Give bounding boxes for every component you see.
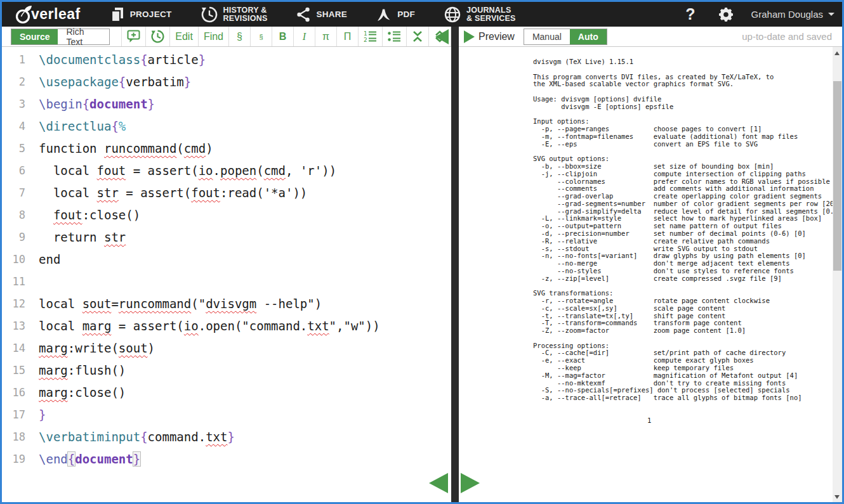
- code-line[interactable]: 12local sout=runcommand("dvisvgm --help"…: [2, 293, 451, 315]
- section-button[interactable]: §: [229, 27, 251, 46]
- settings-gear-button[interactable]: [718, 7, 734, 22]
- italic-button[interactable]: I: [294, 27, 315, 46]
- history-clock-icon: [151, 30, 164, 43]
- code-line[interactable]: 6 local fout = assert(io.popen(cmd, 'r')…: [2, 160, 451, 182]
- navbar-right: ? Graham Douglas: [685, 5, 834, 23]
- scroll-down-arrow-icon[interactable]: [834, 495, 840, 499]
- code-text: [31, 271, 39, 293]
- main-split: Source Rich Text: [2, 27, 842, 502]
- line-number: 9: [2, 226, 31, 249]
- numbered-list-button[interactable]: 1 2: [359, 27, 383, 46]
- code-line[interactable]: 4\directlua{%: [2, 115, 451, 138]
- code-text: local sout=runcommand("dvisvgm --help"): [31, 293, 322, 315]
- rich-text-mode-button[interactable]: Rich Text: [58, 29, 109, 44]
- line-number: 5: [2, 138, 31, 160]
- code-text: }: [31, 404, 46, 426]
- numbered-list-icon: 1 2: [364, 30, 377, 42]
- compile-mode-toggle: Manual Auto: [524, 29, 607, 45]
- line-number: 16: [2, 382, 31, 404]
- code-line[interactable]: 7 local str = assert(fout:read('*a')): [2, 182, 451, 204]
- user-menu[interactable]: Graham Douglas: [751, 9, 834, 20]
- recompile-play-icon[interactable]: [464, 30, 475, 43]
- code-line[interactable]: 18\verbatiminput{command.txt}: [2, 426, 451, 448]
- code-line[interactable]: 1\documentclass{article}: [2, 49, 451, 71]
- source-mode-button[interactable]: Source: [11, 29, 58, 44]
- journals-icon: [444, 6, 461, 23]
- pane-divider[interactable]: [451, 27, 459, 502]
- bullet-list-icon: [388, 30, 401, 42]
- code-text: local marg = assert(io.open("command.txt…: [31, 315, 380, 337]
- code-line[interactable]: 13local marg = assert(io.open("command.t…: [2, 315, 451, 337]
- editor-pane: Source Rich Text: [2, 27, 451, 502]
- overleaf-app: verleaf PROJECT HISTORY & REVISIONS: [0, 0, 844, 504]
- line-number: 14: [2, 337, 31, 359]
- nav-share[interactable]: SHARE: [296, 7, 347, 22]
- preview-pane: Preview Manual Auto up-to-date and saved…: [459, 27, 842, 502]
- pdf-page[interactable]: dvisvgm (TeX Live) 1.15.1 This program c…: [459, 47, 833, 502]
- code-line[interactable]: 14marg:write(sout): [2, 337, 451, 359]
- nav-project[interactable]: PROJECT: [110, 7, 172, 22]
- pdf-text: dvisvgm (TeX Live) 1.15.1 This program c…: [533, 58, 833, 402]
- help-button[interactable]: ?: [685, 5, 695, 23]
- project-icon: [110, 7, 124, 22]
- fold-code-button[interactable]: [407, 27, 429, 46]
- code-line[interactable]: 10end: [2, 249, 451, 271]
- format-buttons: Edit Find § § B I π Π 1 2: [121, 27, 451, 46]
- collapse-editor-arrow[interactable]: [435, 29, 449, 44]
- line-number: 17: [2, 404, 31, 426]
- source-editor[interactable]: 1\documentclass{article}2\usepackage{ver…: [2, 47, 451, 502]
- nav-project-label: PROJECT: [130, 10, 172, 19]
- nav-history-revisions[interactable]: HISTORY & REVISIONS: [201, 6, 268, 23]
- find-button[interactable]: Find: [199, 27, 229, 46]
- edit-button[interactable]: Edit: [170, 27, 199, 46]
- pdf-viewer: dvisvgm (TeX Live) 1.15.1 This program c…: [459, 47, 842, 502]
- code-line[interactable]: 9 return str: [2, 226, 451, 249]
- svg-text:2: 2: [364, 37, 367, 42]
- code-lines: 1\documentclass{article}2\usepackage{ver…: [2, 49, 451, 470]
- subsection-button[interactable]: §: [251, 27, 272, 46]
- auto-compile-button[interactable]: Auto: [570, 29, 607, 44]
- user-name: Graham Douglas: [751, 9, 823, 20]
- code-line[interactable]: 15marg:flush(): [2, 359, 451, 382]
- nav-journals-services[interactable]: JOURNALS & SERVICES: [444, 6, 516, 23]
- restore-version-button[interactable]: [146, 27, 170, 46]
- line-number: 2: [2, 71, 31, 93]
- code-line[interactable]: 2\usepackage{verbatim}: [2, 71, 451, 93]
- code-text: local str = assert(fout:read('*a')): [31, 182, 307, 204]
- inline-math-button[interactable]: π: [315, 27, 337, 46]
- code-line[interactable]: 5function runcommand(cmd): [2, 138, 451, 160]
- display-math-button[interactable]: Π: [337, 27, 359, 46]
- code-text: \begin{document}: [31, 93, 155, 115]
- nav-pdf-label: PDF: [397, 10, 415, 19]
- code-text: fout:close(): [31, 204, 140, 226]
- scroll-up-arrow-icon[interactable]: [834, 51, 840, 55]
- preview-scrollbar[interactable]: [833, 47, 842, 502]
- code-line[interactable]: 11: [2, 271, 451, 293]
- scrollbar-thumb[interactable]: [833, 81, 841, 271]
- code-line[interactable]: 16marg:close(): [2, 382, 451, 404]
- code-line[interactable]: 19\end{document}: [2, 448, 451, 470]
- add-comment-button[interactable]: [122, 27, 146, 46]
- bullet-list-button[interactable]: [383, 27, 407, 46]
- comment-plus-icon: [127, 30, 140, 43]
- manual-compile-button[interactable]: Manual: [524, 29, 570, 44]
- code-line[interactable]: 17}: [2, 404, 451, 426]
- nav-journals-label: JOURNALS & SERVICES: [466, 6, 516, 23]
- code-text: local fout = assert(io.popen(cmd, 'r')): [31, 160, 336, 182]
- expand-right-pane-arrow[interactable]: [461, 473, 480, 493]
- code-line[interactable]: 3\begin{document}: [2, 93, 451, 115]
- code-text: \verbatiminput{command.txt}: [31, 426, 235, 448]
- overleaf-logo[interactable]: verleaf: [15, 5, 81, 24]
- nav-share-label: SHARE: [316, 10, 347, 19]
- svg-text:1: 1: [364, 30, 367, 37]
- share-icon: [296, 7, 310, 22]
- code-line[interactable]: 8 fout:close(): [2, 204, 451, 226]
- nav-pdf[interactable]: PDF: [376, 7, 415, 22]
- code-text: marg:flush(): [31, 359, 126, 382]
- collapse-left-pane-arrow[interactable]: [429, 473, 448, 493]
- nav-history-label: HISTORY & REVISIONS: [223, 6, 268, 23]
- code-text: marg:write(sout): [31, 337, 155, 359]
- code-text: \end{document}: [31, 448, 140, 470]
- bold-button[interactable]: B: [272, 27, 294, 46]
- history-icon: [201, 6, 218, 23]
